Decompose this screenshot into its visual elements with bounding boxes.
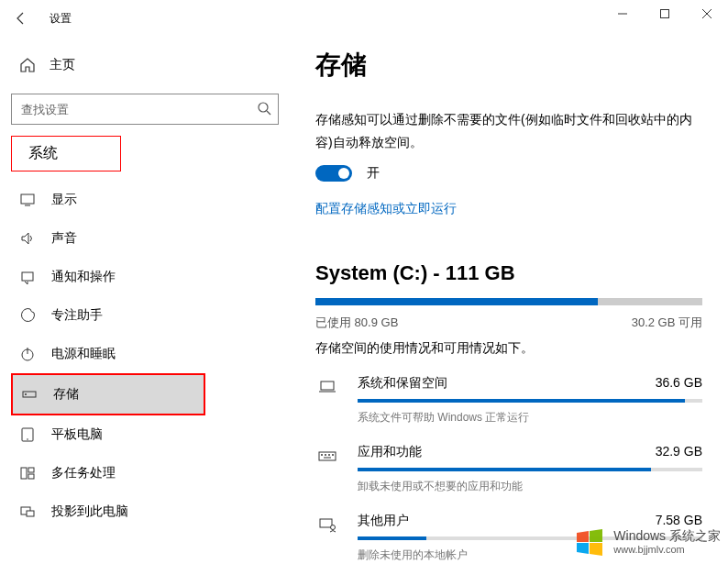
sidebar-item-storage[interactable]: 存储 (11, 373, 205, 415)
sidebar-home[interactable]: 主页 (11, 48, 279, 83)
watermark-title-b: 系统之家 (669, 528, 721, 543)
project-icon (17, 503, 39, 520)
toggle-label: 开 (367, 165, 380, 182)
sidebar-item-label: 平板电脑 (51, 426, 103, 443)
back-button[interactable] (7, 5, 35, 32)
category-size: 32.9 GB (656, 444, 702, 459)
sidebar-item-label: 通知和操作 (51, 269, 116, 285)
home-icon (17, 57, 39, 73)
svg-point-27 (331, 525, 336, 530)
watermark-url: www.bjjmlv.com (613, 544, 721, 556)
svg-rect-4 (21, 194, 34, 204)
watermark-title-a: Windows (613, 528, 666, 543)
sidebar-item-project[interactable]: 投影到此电脑 (11, 492, 205, 531)
drive-free-label: 30.2 GB 可用 (632, 315, 702, 331)
category-apps[interactable]: 应用和功能32.9 GB 卸载未使用或不想要的应用和功能 (315, 444, 702, 494)
svg-rect-17 (27, 511, 34, 516)
search-wrap (11, 94, 279, 125)
storage-sense-desc: 存储感知可以通过删除不需要的文件(例如临时文件和回收站中的内容)自动释放空间。 (315, 108, 702, 154)
main-layout: 主页 系统 显示 声音 通知和操作 (0, 37, 728, 564)
sidebar-item-label: 存储 (53, 386, 79, 403)
sidebar-category: 系统 (11, 136, 121, 171)
drive-title: System (C:) - 111 GB (315, 261, 702, 285)
svg-rect-6 (22, 272, 33, 281)
content: 存储 存储感知可以通过删除不需要的文件(例如临时文件和回收站中的内容)自动释放空… (290, 37, 728, 564)
sidebar-item-display[interactable]: 显示 (11, 181, 205, 219)
category-bar-fill (358, 399, 685, 403)
minimize-button[interactable] (601, 0, 644, 28)
power-icon (17, 346, 39, 362)
sidebar-item-power[interactable]: 电源和睡眠 (11, 335, 205, 373)
svg-point-10 (25, 393, 27, 395)
multitask-icon (17, 465, 39, 481)
sidebar-item-label: 声音 (51, 230, 77, 247)
header: 设置 (0, 0, 728, 37)
svg-rect-26 (320, 519, 332, 527)
sidebar-item-focus[interactable]: 专注助手 (11, 296, 205, 335)
search-input[interactable] (11, 94, 279, 125)
sidebar: 主页 系统 显示 声音 通知和操作 (0, 37, 290, 564)
svg-rect-14 (28, 468, 34, 472)
storage-icon (18, 386, 40, 403)
sidebar-item-label: 投影到此电脑 (51, 503, 128, 520)
sidebar-item-label: 显示 (51, 192, 77, 208)
window-controls (601, 0, 728, 28)
minimize-icon (618, 9, 627, 18)
window-title: 设置 (50, 11, 72, 27)
close-icon (702, 9, 711, 18)
storage-sense-toggle[interactable] (315, 165, 352, 182)
drive-used-label: 已使用 80.9 GB (315, 315, 398, 331)
toggle-row: 开 (315, 165, 702, 182)
laptop-icon (315, 375, 339, 397)
sidebar-item-sound[interactable]: 声音 (11, 219, 205, 258)
category-bar-fill (358, 536, 426, 540)
svg-rect-1 (661, 10, 669, 18)
sidebar-home-label: 主页 (50, 57, 75, 73)
sidebar-item-notifications[interactable]: 通知和操作 (11, 258, 205, 296)
svg-rect-20 (319, 452, 336, 460)
keyboard-icon (315, 444, 339, 466)
sound-icon (17, 230, 39, 247)
sidebar-item-multitask[interactable]: 多任务处理 (11, 454, 205, 492)
category-name: 系统和保留空间 (358, 375, 447, 392)
tablet-icon (17, 426, 39, 443)
drive-usage-bar (315, 298, 702, 305)
svg-rect-18 (321, 382, 334, 390)
drive-stats: 已使用 80.9 GB 30.2 GB 可用 (315, 315, 702, 331)
category-bar-fill (358, 468, 651, 471)
category-sub: 卸载未使用或不想要的应用和功能 (358, 479, 702, 494)
category-sub: 系统文件可帮助 Windows 正常运行 (358, 410, 702, 426)
users-icon (315, 513, 339, 535)
maximize-button[interactable] (644, 0, 686, 28)
sidebar-item-tablet[interactable]: 平板电脑 (11, 415, 205, 454)
svg-rect-15 (28, 474, 34, 479)
close-button[interactable] (686, 0, 728, 28)
sidebar-item-label: 电源和睡眠 (51, 346, 116, 362)
focus-icon (17, 307, 39, 324)
maximize-icon (660, 9, 669, 18)
watermark: Windows 系统之家 www.bjjmlv.com (573, 525, 721, 558)
display-icon (17, 192, 39, 208)
sidebar-item-label: 专注助手 (51, 307, 103, 324)
windows-logo-icon (573, 525, 606, 558)
drive-usage-fill (315, 298, 598, 305)
page-title: 存储 (315, 48, 702, 83)
category-system[interactable]: 系统和保留空间36.6 GB 系统文件可帮助 Windows 正常运行 (315, 375, 702, 426)
notification-icon (17, 269, 39, 285)
svg-rect-13 (21, 468, 27, 479)
category-size: 36.6 GB (656, 375, 702, 390)
drive-desc: 存储空间的使用情况和可用情况如下。 (315, 340, 702, 357)
category-name: 其他用户 (358, 513, 409, 529)
sidebar-item-label: 多任务处理 (51, 465, 116, 481)
arrow-left-icon (14, 11, 28, 26)
configure-link[interactable]: 配置存储感知或立即运行 (315, 201, 457, 216)
sidebar-nav: 显示 声音 通知和操作 专注助手 电源和睡眠 (11, 177, 279, 531)
category-name: 应用和功能 (358, 444, 422, 460)
svg-point-12 (27, 438, 28, 440)
